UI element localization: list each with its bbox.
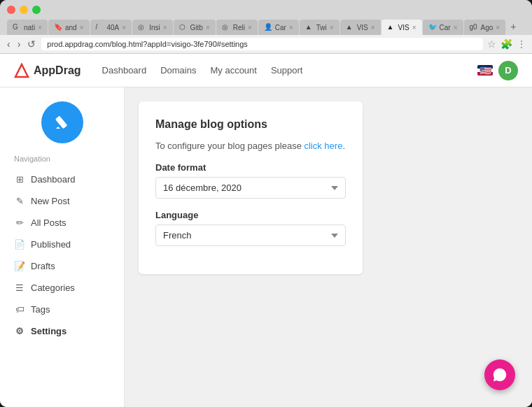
sidebar-item-published[interactable]: 📄 Published [0, 234, 124, 255]
sidebar-item-dashboard-label: Dashboard [31, 174, 76, 185]
tab-0[interactable]: G nati × [7, 20, 48, 35]
tab-2[interactable]: / 40A × [90, 20, 132, 35]
settings-icon: ⚙ [14, 326, 25, 336]
config-notice-text: To configure your blog pages please [155, 141, 304, 151]
tab-close-0[interactable]: × [38, 24, 42, 31]
language-flag[interactable]: 🇺🇸 [477, 65, 493, 76]
tags-icon: 🏷 [14, 304, 25, 315]
nav-section-label: Navigation [0, 155, 124, 169]
back-button[interactable]: ‹ [6, 38, 12, 50]
drafts-icon: 📝 [14, 261, 25, 271]
tab-favicon-10: 🐦 [428, 23, 437, 31]
svg-marker-2 [56, 127, 60, 129]
tab-label-11: Ago [481, 24, 493, 31]
sidebar-avatar [0, 101, 124, 143]
maximize-button[interactable] [32, 6, 41, 14]
sidebar-item-new-post[interactable]: ✎ New Post [0, 190, 124, 212]
config-link[interactable]: click here [304, 141, 342, 151]
chat-fab-button[interactable] [484, 359, 515, 390]
tab-favicon-8: ▲ [346, 23, 354, 31]
svg-rect-1 [55, 115, 67, 129]
sidebar-item-all-posts[interactable]: ✏ All Posts [0, 212, 124, 234]
main-content: Manage blog options To configure your bl… [125, 87, 532, 407]
settings-title: Manage blog options [155, 118, 346, 131]
sidebar-item-tags-label: Tags [31, 304, 50, 315]
new-tab-button[interactable]: + [506, 18, 520, 35]
dashboard-icon: ⊞ [14, 174, 25, 185]
tab-8[interactable]: ▲ VIS × [340, 20, 381, 35]
tab-bar: G nati × 🔖 and × / 40A × ◎ Insi × ⬡ Git [7, 18, 525, 35]
tab-7[interactable]: ▲ Twi × [300, 20, 340, 35]
nav-domains[interactable]: Domains [160, 65, 196, 76]
tab-close-10[interactable]: × [454, 24, 458, 31]
nav-my-account[interactable]: My account [210, 65, 256, 76]
app-header: AppDrag Dashboard Domains My account Sup… [0, 54, 532, 87]
tab-close-4[interactable]: × [206, 24, 210, 31]
tab-1[interactable]: 🔖 and × [48, 20, 90, 35]
language-label: Language [155, 210, 346, 220]
url-input[interactable] [41, 38, 483, 50]
tab-favicon-0: G [13, 23, 21, 31]
sidebar-item-tags[interactable]: 🏷 Tags [0, 299, 124, 320]
pencil-icon [52, 112, 73, 133]
tab-label-6: Car [275, 24, 286, 31]
tab-4[interactable]: ⬡ Gitb × [174, 20, 216, 35]
extension-icon[interactable]: 🧩 [500, 38, 512, 50]
tab-10[interactable]: 🐦 Car × [423, 20, 463, 35]
bookmark-icon[interactable]: ☆ [487, 38, 496, 50]
tab-close-9[interactable]: × [412, 24, 416, 31]
pencil-avatar [41, 101, 83, 143]
language-select[interactable]: French English Spanish German [155, 224, 346, 246]
sidebar-item-drafts[interactable]: 📝 Drafts [0, 255, 124, 277]
tab-favicon-4: ⬡ [179, 23, 188, 31]
new-post-icon: ✎ [14, 196, 25, 206]
sidebar-item-settings[interactable]: ⚙ Settings [0, 320, 124, 342]
categories-icon: ☰ [14, 283, 25, 293]
date-format-label: Date format [155, 162, 346, 173]
page-layout: Navigation ⊞ Dashboard ✎ New Post ✏ All … [0, 87, 532, 407]
tab-close-11[interactable]: × [496, 24, 500, 31]
logo-icon [14, 63, 29, 78]
svg-marker-0 [15, 64, 28, 77]
forward-button[interactable]: › [16, 38, 22, 50]
tab-6[interactable]: 👤 Car × [258, 20, 299, 35]
tab-close-1[interactable]: × [80, 24, 84, 31]
tab-11[interactable]: g0 Ago × [464, 20, 506, 35]
sidebar-nav: ⊞ Dashboard ✎ New Post ✏ All Posts 📄 Pub… [0, 169, 124, 342]
tab-close-7[interactable]: × [330, 24, 334, 31]
main-navigation: Dashboard Domains My account Support [102, 65, 477, 76]
sidebar-item-categories[interactable]: ☰ Categories [0, 277, 124, 299]
tab-label-0: nati [24, 24, 35, 31]
sidebar-item-categories-label: Categories [31, 283, 75, 293]
tab-favicon-7: ▲ [305, 23, 314, 31]
nav-support[interactable]: Support [271, 65, 303, 76]
tab-5[interactable]: ◎ Reli × [216, 20, 258, 35]
tab-3[interactable]: ◎ Insi × [132, 20, 172, 35]
tab-close-8[interactable]: × [371, 24, 375, 31]
tab-label-10: Car [440, 24, 451, 31]
tab-close-5[interactable]: × [248, 24, 252, 31]
all-posts-icon: ✏ [14, 217, 25, 228]
sidebar-item-new-post-label: New Post [31, 196, 70, 206]
address-bar: ‹ › ↺ ☆ 🧩 ⋮ [0, 35, 532, 54]
app-logo[interactable]: AppDrag [14, 63, 81, 78]
close-button[interactable] [7, 6, 15, 14]
tab-label-1: and [65, 24, 77, 31]
sidebar-item-drafts-label: Drafts [31, 261, 55, 271]
tab-9-active[interactable]: ▲ VIS × [382, 20, 422, 35]
sidebar-item-all-posts-label: All Posts [31, 217, 66, 228]
menu-icon[interactable]: ⋮ [517, 38, 526, 50]
minimize-button[interactable] [20, 6, 28, 14]
title-bar: G nati × 🔖 and × / 40A × ◎ Insi × ⬡ Git [0, 0, 532, 35]
settings-card: Manage blog options To configure your bl… [139, 101, 363, 274]
tab-close-3[interactable]: × [163, 24, 167, 31]
tab-label-4: Gitb [190, 24, 203, 31]
user-avatar[interactable]: D [498, 61, 518, 80]
tab-close-6[interactable]: × [289, 24, 293, 31]
sidebar-item-dashboard[interactable]: ⊞ Dashboard [0, 169, 124, 190]
date-format-select[interactable]: 16 décembre, 2020 2020-12-16 December 16… [155, 177, 346, 199]
reload-button[interactable]: ↺ [26, 38, 37, 50]
browser-window: G nati × 🔖 and × / 40A × ◎ Insi × ⬡ Git [0, 0, 532, 407]
nav-dashboard[interactable]: Dashboard [102, 65, 147, 76]
tab-close-2[interactable]: × [122, 24, 126, 31]
